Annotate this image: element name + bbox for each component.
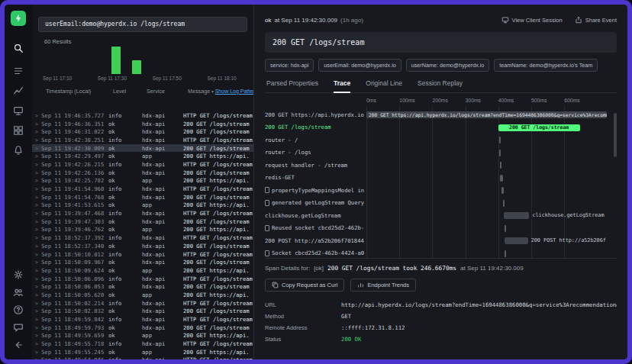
search-icon[interactable] [11,41,25,55]
row-expand-chevron[interactable]: > [32,349,41,356]
trace-span-row[interactable]: 200 GET https://api.hyperdx.io/logs/stre… [265,108,617,121]
log-row[interactable]: >Sep 11 19:42:29.497okapp200 GET https:/… [32,152,253,160]
settings-gear-icon[interactable] [11,268,25,282]
log-row[interactable]: >Sep 11 18:49:59.793okhdx-api200 GET /lo… [32,324,253,332]
log-row[interactable]: >Sep 11 18:50:02.032okhdx-api200 GET /lo… [32,308,253,316]
log-row[interactable]: >Sep 11 18:49:59.659okapp200 GET https:/… [32,332,253,340]
row-expand-chevron[interactable]: > [32,218,41,225]
row-expand-chevron[interactable]: > [32,275,41,282]
show-log-patterns-link[interactable]: Show Log Patterns [215,89,253,94]
log-row[interactable]: >Sep 11 19:46:31.022okhdx-api200 GET /lo… [32,127,253,136]
tab-original-line[interactable]: Original Line [366,79,402,87]
log-row[interactable]: >Sep 11 19:46:36.351okhdx-api200 GET /lo… [32,120,253,128]
log-row[interactable]: >Sep 11 18:49:59.842infohdx-apiHTTP GET … [32,315,253,324]
tab-parsed-properties[interactable]: Parsed Properties [266,79,318,87]
log-row[interactable]: >Sep 11 19:42:26.136okhdx-api200 GET /lo… [32,169,253,177]
copy-request-as-curl-button[interactable]: Copy Request as Curl [265,279,344,292]
log-row[interactable]: >Sep 11 19:42:25.782okapp200 GET https:/… [32,177,253,185]
log-row[interactable]: >Sep 11 18:49:54.046infohdx-apiHTTP GET … [32,356,253,359]
property-chip[interactable]: service: hdx-api [265,59,314,72]
row-expand-chevron[interactable]: > [32,201,41,208]
log-row[interactable]: >Sep 11 19:41:54.768okhdx-api200 GET /lo… [32,193,253,201]
trace-span-row[interactable]: request handler - /stream [265,159,617,172]
trace-span-row[interactable]: router - / [265,134,617,147]
logs-icon[interactable] [11,64,25,78]
trace-span-bar[interactable] [500,162,501,169]
trace-span-row[interactable]: propertyTypeMappingsModel init [265,184,617,197]
trace-span-bar[interactable] [505,225,506,232]
row-expand-chevron[interactable]: > [32,316,41,323]
trace-span-bar[interactable] [499,137,501,143]
trace-span-row[interactable]: redis-GET [265,172,617,185]
row-expand-chevron[interactable]: > [32,177,41,184]
trace-span-bar[interactable] [504,212,530,219]
log-row[interactable]: >Sep 11 19:42:30.009okhdx-api200 GET /lo… [32,144,253,153]
alerts-bell-icon[interactable] [11,143,25,157]
property-chip[interactable]: userEmail: demo@hyperdx.io [318,59,401,72]
row-expand-chevron[interactable]: > [32,259,41,266]
row-expand-chevron[interactable]: > [32,128,41,135]
view-client-session-button[interactable]: View Client Session [501,16,563,24]
tab-session-replay[interactable]: Session Replay [418,79,463,87]
trace-span-bar[interactable] [503,200,505,207]
row-expand-chevron[interactable]: > [32,340,41,347]
log-row[interactable]: >Sep 11 19:39:47.468infohdx-apiHTTP GET … [32,209,253,217]
row-expand-chevron[interactable]: > [32,356,41,359]
row-expand-chevron[interactable]: > [32,194,41,201]
log-row[interactable]: >Sep 11 18:52:37.392infohdx-apiHTTP GET … [32,234,253,242]
chart-icon[interactable] [11,84,25,98]
trace-span-bar[interactable]: 200 GET /logs/stream [498,124,580,131]
row-expand-chevron[interactable]: > [32,185,41,192]
trace-span-bar[interactable] [505,237,528,244]
row-expand-chevron[interactable]: > [32,308,41,314]
log-row[interactable]: >Sep 11 19:41:53.615okapp200 GET https:/… [32,201,253,210]
row-expand-chevron[interactable]: > [32,137,41,143]
log-row[interactable]: >Sep 11 18:49:55.718infohdx-apiHTTP GET … [32,340,253,348]
row-expand-chevron[interactable]: > [32,121,41,127]
row-expand-chevron[interactable]: > [32,332,41,339]
row-expand-chevron[interactable]: > [32,153,41,159]
trace-span-row[interactable]: 200 POST http://a52b206f701844a4200 POST… [265,234,617,247]
log-row[interactable]: >Sep 11 18:50:05.620okapp200 GET https:/… [32,291,253,299]
help-icon[interactable] [11,303,25,317]
trace-span-bar[interactable]: 200 GET https://api.hyperdx.io/logs/stre… [366,111,607,118]
log-row[interactable]: >Sep 11 18:50:02.214infohdx-apiHTTP GET … [32,299,253,308]
row-expand-chevron[interactable]: > [32,226,41,233]
row-expand-chevron[interactable]: > [32,267,41,274]
trace-span-row[interactable]: Socket cbcd25d2-462b-4424-a0b4 [265,247,617,259]
log-row[interactable]: >Sep 11 19:39:47.303okhdx-api200 GET /lo… [32,217,253,226]
row-expand-chevron[interactable]: > [32,324,41,331]
log-row[interactable]: >Sep 11 19:41:54.960infohdx-apiHTTP GET … [32,185,253,193]
log-row[interactable]: >Sep 11 19:46:35.727infohdx-apiHTTP GET … [32,111,253,120]
trace-span-bar[interactable] [501,187,504,194]
trace-span-bar[interactable] [499,150,501,156]
trace-span-row[interactable]: router - /logs [265,147,617,159]
trace-span-row[interactable]: clickhouse.getLogStreamclickhouse.getLog… [265,209,617,222]
trace-span-bar[interactable] [505,250,506,257]
dashboards-icon[interactable] [11,124,25,137]
search-input[interactable] [38,17,247,32]
property-chip[interactable]: teamName: demo@hyperdx.io's Team [494,59,598,72]
row-expand-chevron[interactable]: > [32,234,41,241]
row-expand-chevron[interactable]: > [32,145,41,152]
collapse-sidebar-icon[interactable] [11,338,25,352]
log-row[interactable]: >Sep 11 18:50:06.053okhdx-api200 GET /lo… [32,282,253,291]
trace-span-bar[interactable] [500,175,502,182]
log-row[interactable]: >Sep 11 18:50:06.096infohdx-apiHTTP GET … [32,275,253,283]
row-expand-chevron[interactable]: > [32,300,41,307]
log-row[interactable]: >Sep 11 18:50:10.012infohdx-apiHTTP GET … [32,250,253,259]
property-chip[interactable]: userName: demo@hyperdx.io [406,59,490,72]
endpoint-trends-button[interactable]: Endpoint Trends [350,279,416,292]
feedback-chat-icon[interactable] [11,321,25,334]
trace-scrollbar[interactable] [614,113,617,157]
log-row[interactable]: >Sep 11 19:42:26.215infohdx-apiHTTP GET … [32,160,253,169]
row-expand-chevron[interactable]: > [32,210,41,217]
row-expand-chevron[interactable]: > [32,112,41,119]
tab-trace[interactable]: Trace [334,79,350,87]
log-row[interactable]: >Sep 11 18:49:55.245okapp200 GET https:/… [32,348,253,356]
log-row[interactable]: >Sep 11 19:42:30.251infohdx-apiHTTP GET … [32,136,253,144]
row-expand-chevron[interactable]: > [32,243,41,250]
log-row[interactable]: >Sep 11 18:52:37.340okhdx-api200 GET /lo… [32,242,253,250]
row-expand-chevron[interactable]: > [32,292,41,298]
trace-span-row[interactable]: Reused socket cbcd25d2-462b-44 [265,222,617,235]
